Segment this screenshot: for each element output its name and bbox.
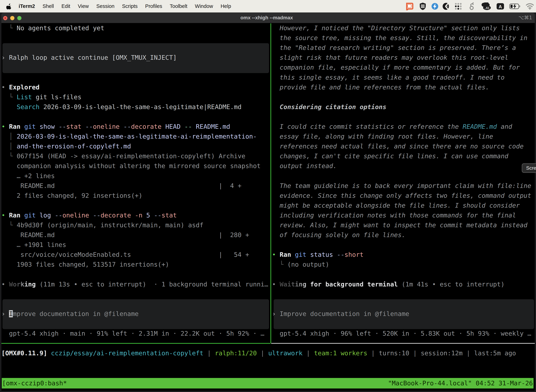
text-segment: last:5m ago — [474, 350, 516, 357]
text-segment: | — [466, 350, 470, 357]
window-shortcut-badge: ⌥⌘1 — [518, 13, 532, 23]
pane-divider-vertical[interactable] — [270, 23, 271, 343]
keyboard-layout-icon[interactable]: A — [494, 0, 507, 13]
text-segment — [302, 350, 306, 357]
tmux-session-label: [omx-cczip0:bash* — [2, 378, 67, 388]
dragon-icon[interactable] — [465, 0, 478, 13]
text-segment: cczip/essay/ai-reimplementation-copyleft — [51, 350, 203, 357]
wifi-icon[interactable] — [524, 0, 536, 13]
menu-bar: iTerm2ShellEditViewSessionScriptsProfile… — [0, 0, 536, 13]
recording-indicator-icon[interactable] — [403, 0, 416, 13]
screen-share-button-label: Scre — [526, 165, 536, 171]
terminal-content: └ No agents completed yet› Ralph loop ac… — [1, 23, 535, 391]
window-title: omx --xhigh --madmax — [0, 13, 533, 23]
tmux-status-bar: [omx-cczip0:bash* "MacBook-Pro-44.local"… — [2, 378, 534, 388]
blue-bolt-circle-icon[interactable] — [429, 0, 441, 13]
text-segment — [310, 350, 314, 357]
text-segment: team:1 workers — [314, 350, 367, 357]
pane-border-bottom-left — [1, 343, 270, 344]
svg-text:A: A — [499, 4, 502, 9]
text-segment — [375, 350, 379, 357]
cloud-badge-icon[interactable]: ..61 — [480, 0, 492, 13]
text-segment: | — [306, 350, 310, 357]
text-segment: | — [207, 350, 211, 357]
text-segment — [470, 350, 474, 357]
text-segment — [417, 350, 421, 357]
text-segment: ultrawork — [268, 350, 302, 357]
text-segment — [211, 350, 215, 357]
menu-bar-status-icons: ..61A — [0, 0, 536, 13]
text-segment — [463, 350, 467, 357]
pane-border-bottom-right — [271, 343, 535, 344]
status-pane-row-33: [OMX#0.11.9] cczip/essay/ai-reimplementa… — [1, 348, 516, 358]
text-segment — [47, 350, 51, 357]
svg-text:..61: ..61 — [484, 6, 489, 10]
screen-share-button[interactable]: Scre — [522, 163, 536, 173]
dots-grid-icon[interactable] — [452, 0, 464, 13]
text-segment — [257, 350, 261, 357]
tmux-host-clock-label: "MacBook-Pro-44.local" 04:52 31-Mar-26 — [388, 378, 533, 388]
text-segment: | — [371, 350, 375, 357]
text-segment — [367, 350, 371, 357]
status-pane: [OMX#0.11.9] cczip/essay/ai-reimplementa… — [1, 23, 535, 391]
battery-charging-icon[interactable] — [509, 0, 521, 13]
text-segment: turns:10 — [379, 350, 409, 357]
text-segment — [409, 350, 413, 357]
text-segment: | — [261, 350, 264, 357]
text-segment: | — [413, 350, 417, 357]
text-segment — [203, 350, 207, 357]
notched-circle-icon[interactable] — [440, 0, 452, 13]
text-segment: [OMX#0.11.9] — [1, 350, 47, 357]
screenshot-root: iTerm2ShellEditViewSessionScriptsProfile… — [0, 0, 536, 392]
text-segment — [264, 350, 268, 357]
text-segment: session:12m — [421, 350, 463, 357]
text-segment: ralph:11/20 — [215, 350, 257, 357]
shield-grid-icon[interactable] — [416, 0, 429, 13]
